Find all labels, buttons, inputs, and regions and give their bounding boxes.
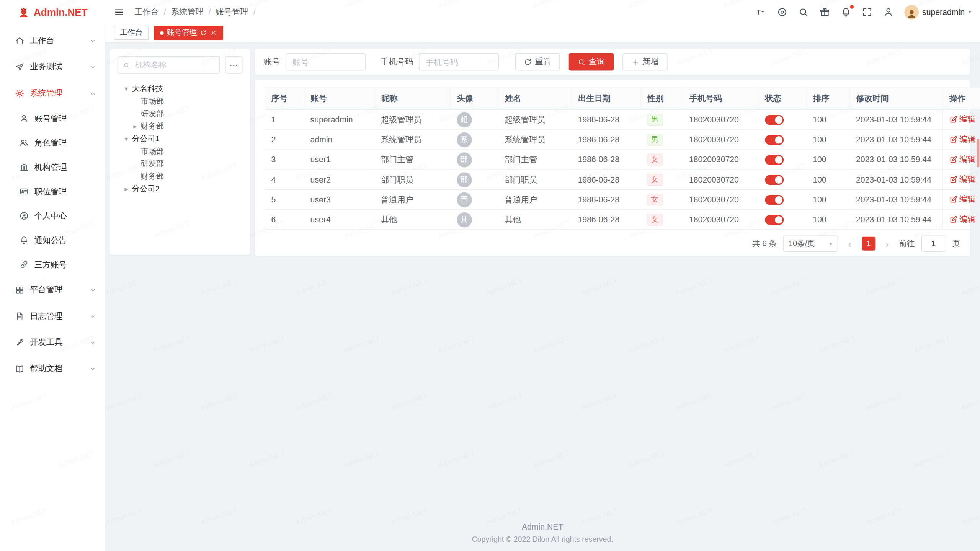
page-size-select[interactable]: 10条/页 <box>783 236 838 252</box>
sidebar-item[interactable]: 业务测试 <box>0 54 105 80</box>
cell-account: superadmin <box>304 110 374 130</box>
tree-node[interactable]: 市场部 <box>118 145 243 158</box>
tree-expand-icon[interactable] <box>122 85 130 93</box>
tree-node[interactable]: 财务部 <box>118 170 243 183</box>
edit-icon <box>949 155 957 163</box>
sidebar-item[interactable]: 帮助文档 <box>0 355 105 382</box>
tree-node-label: 市场部 <box>140 146 164 156</box>
tree-node-label: 财务部 <box>140 121 164 132</box>
sidebar-item[interactable]: 系统管理 <box>0 80 105 106</box>
hamburger-menu-icon[interactable] <box>114 7 124 17</box>
status-toggle[interactable] <box>765 115 784 125</box>
sidebar-item[interactable]: 平台管理 <box>0 277 105 303</box>
cell-nickname: 部门主管 <box>375 150 451 170</box>
tree-node[interactable]: 研发部 <box>118 157 243 170</box>
org-search-input[interactable] <box>134 60 214 70</box>
sidebar-item[interactable]: 机构管理 <box>0 155 105 179</box>
tree-more-button[interactable] <box>225 56 243 74</box>
app-title: Admin.NET <box>34 7 88 18</box>
sidebar-item[interactable]: 开发工具 <box>0 329 105 355</box>
tree-node[interactable]: 市场部 <box>118 95 243 108</box>
edit-button[interactable]: 编辑 <box>949 154 976 165</box>
font-size-icon: TT <box>755 7 766 17</box>
prev-page-button[interactable] <box>844 238 855 249</box>
sidebar-item[interactable]: 角色管理 <box>0 130 105 155</box>
chevron-down-icon <box>89 90 96 96</box>
cell-index: 5 <box>265 190 304 210</box>
cell-phone: 18020030720 <box>683 130 759 150</box>
sidebar-item[interactable]: 个人中心 <box>0 204 105 228</box>
tree-node[interactable]: 研发部 <box>118 108 243 120</box>
tree-expand-icon[interactable] <box>131 122 139 130</box>
pagination: 共 6 条 10条/页 1 前往 页 <box>265 236 960 252</box>
cell-order: 100 <box>807 130 850 150</box>
page-tab[interactable]: 工作台 <box>114 26 149 40</box>
bell-icon <box>20 236 29 245</box>
fullscreen-icon <box>862 7 872 17</box>
user-menu[interactable]: superadmin <box>904 5 971 19</box>
tree-node[interactable]: 分公司2 <box>118 183 243 195</box>
scrollbar-thumb[interactable] <box>977 139 980 167</box>
edit-button[interactable]: 编辑 <box>949 174 976 185</box>
breadcrumb-item[interactable]: 系统管理 <box>171 6 204 17</box>
reset-button[interactable]: 重置 <box>515 53 560 71</box>
home-icon <box>15 36 24 45</box>
cell-order: 100 <box>807 190 850 210</box>
page-number-button[interactable]: 1 <box>862 237 875 251</box>
phone-input[interactable] <box>419 53 499 71</box>
cell-birth-date: 1986-06-28 <box>572 170 641 189</box>
table-header-cell: 序号 <box>265 88 304 109</box>
cell-account: user3 <box>304 190 374 210</box>
gender-tag: 女 <box>647 154 662 166</box>
status-toggle[interactable] <box>765 175 784 185</box>
edit-button[interactable]: 编辑 <box>949 134 976 145</box>
sidebar-menu: 工作台 业务测试 系统管理 <box>0 25 105 381</box>
tree-node[interactable]: 大名科技 <box>118 83 243 95</box>
org-tree: 大名科技 市场部 研发部 财务部 <box>118 83 243 195</box>
search-button[interactable]: 查询 <box>569 53 614 71</box>
cell-name: 普通用户 <box>498 190 572 210</box>
goto-page-input[interactable] <box>921 236 946 252</box>
org-search-field[interactable] <box>118 56 220 74</box>
breadcrumb-item[interactable]: 账号管理 <box>216 6 248 17</box>
sidebar-item[interactable]: 工作台 <box>0 28 105 54</box>
tree-node-label: 财务部 <box>140 171 164 182</box>
breadcrumb-item[interactable]: 工作台 <box>134 6 159 17</box>
cell-index: 4 <box>265 170 304 189</box>
table-row: 1 superadmin 超级管理员 超 超级管理员 1986-06-28 男 … <box>265 110 980 130</box>
cell-birth-date: 1986-06-28 <box>572 190 641 210</box>
cell-name: 超级管理员 <box>498 110 572 130</box>
sidebar-item[interactable]: 职位管理 <box>0 179 105 204</box>
status-toggle[interactable] <box>765 215 784 225</box>
tab-close-icon[interactable] <box>210 29 217 36</box>
status-toggle[interactable] <box>765 155 784 165</box>
profile-icon <box>883 7 893 17</box>
tree-node[interactable]: 分公司1 <box>118 132 243 145</box>
status-toggle[interactable] <box>765 195 784 205</box>
tab-refresh-icon[interactable] <box>200 29 207 36</box>
sidebar-item-label: 账号管理 <box>34 113 96 124</box>
add-button[interactable]: 新增 <box>622 53 668 71</box>
next-page-button[interactable] <box>882 238 893 249</box>
sidebar-item[interactable]: 通知公告 <box>0 228 105 253</box>
gender-tag: 女 <box>647 174 662 186</box>
app-logo[interactable]: Admin.NET <box>0 0 105 25</box>
sidebar-item[interactable]: 账号管理 <box>0 106 105 131</box>
header: 工作台 / 系统管理 / 账号管理 / TT <box>105 0 980 24</box>
sidebar-item[interactable]: 日志管理 <box>0 303 105 329</box>
table-header-cell: 账号 <box>304 88 374 109</box>
cell-nickname: 系统管理员 <box>375 130 451 150</box>
edit-button[interactable]: 编辑 <box>949 214 976 225</box>
table-header-cell: 状态 <box>758 88 807 109</box>
sidebar-item-label: 帮助文档 <box>30 363 89 374</box>
page-tab[interactable]: 账号管理 <box>154 26 223 40</box>
status-toggle[interactable] <box>765 135 784 145</box>
account-label: 账号 <box>264 56 280 67</box>
account-input[interactable] <box>286 53 366 71</box>
tree-expand-icon[interactable] <box>122 184 130 192</box>
tree-expand-icon[interactable] <box>122 135 130 143</box>
edit-button[interactable]: 编辑 <box>949 114 976 125</box>
sidebar-item[interactable]: 三方账号 <box>0 253 105 277</box>
edit-button[interactable]: 编辑 <box>949 194 976 205</box>
tree-node[interactable]: 财务部 <box>118 120 243 132</box>
